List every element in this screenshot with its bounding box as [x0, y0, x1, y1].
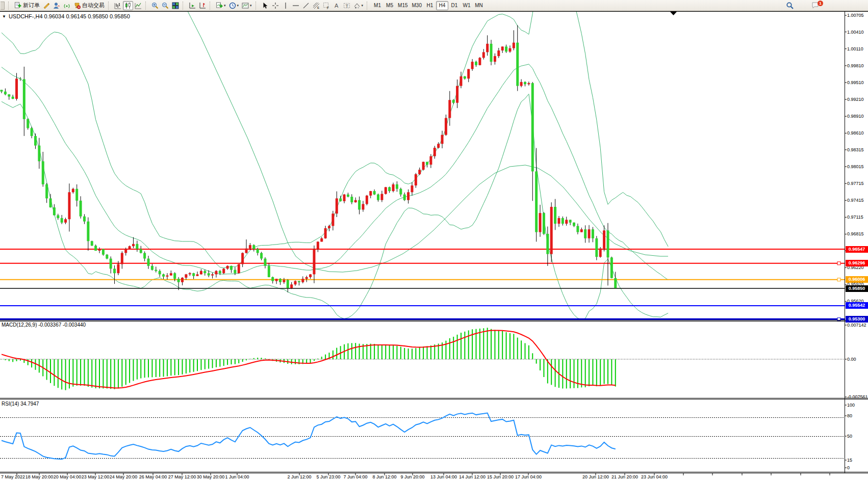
- candle-bear: [12, 97, 14, 99]
- candle-bull: [497, 50, 500, 56]
- rsi-scale-label: 15: [847, 458, 852, 463]
- candle-bull: [189, 273, 191, 274]
- candle-bear: [388, 187, 391, 191]
- candle-bear: [373, 191, 376, 195]
- timeframe-w1[interactable]: W1: [461, 1, 473, 10]
- timeframe-d1[interactable]: D1: [448, 1, 461, 10]
- timeframe-m5[interactable]: M5: [384, 1, 396, 10]
- timeframe-mn[interactable]: MN: [473, 1, 485, 10]
- candle-bull: [467, 69, 470, 79]
- timeframe-m30[interactable]: M30: [410, 1, 424, 10]
- level-line-handle[interactable]: [837, 262, 840, 265]
- rsi-scale-label: 80: [847, 413, 852, 418]
- toolbar-separator: [8, 2, 11, 10]
- candle-bull: [501, 46, 504, 50]
- new-order-button[interactable]: 新订单: [13, 1, 41, 10]
- horizontal-line-tool-button[interactable]: [291, 1, 301, 10]
- candle-bull: [324, 228, 327, 238]
- candlestick-mode-button[interactable]: [123, 1, 133, 10]
- crosshair-tool-button[interactable]: [270, 1, 280, 10]
- candle-bear: [584, 229, 586, 238]
- candle-bear: [505, 46, 507, 51]
- candle-bull: [411, 185, 413, 192]
- vertical-line-tool-button[interactable]: [280, 1, 291, 10]
- candle-bear: [53, 207, 56, 215]
- candle-bear: [113, 269, 116, 273]
- text-a-icon: A: [333, 2, 340, 9]
- toolbar-separator: [108, 2, 111, 10]
- text-label-tool-button[interactable]: T: [342, 1, 352, 10]
- candle-bull: [196, 274, 199, 276]
- crayon-tool-button[interactable]: [41, 1, 52, 10]
- search-button[interactable]: [784, 1, 796, 10]
- indicators-button[interactable]: ▾: [214, 1, 227, 10]
- market-watch-button[interactable]: [52, 1, 62, 10]
- auto-scroll-button[interactable]: [187, 1, 197, 10]
- fibonacci-tool-button[interactable]: E: [311, 1, 321, 10]
- macd-scale-label: 0.007142: [847, 323, 866, 328]
- candle-bear: [610, 257, 613, 278]
- time-axis-label: 17 Jun 04:00: [511, 474, 546, 479]
- timeframe-h4[interactable]: H4: [436, 1, 448, 10]
- candle-bull: [121, 253, 123, 264]
- candle-bear: [298, 281, 300, 282]
- candle-bear: [140, 249, 142, 253]
- text-tool-button[interactable]: A: [331, 1, 342, 10]
- trendline-tool-button[interactable]: [301, 1, 311, 10]
- symbol-expand-icon[interactable]: ▼: [2, 14, 6, 19]
- signals-button[interactable]: [62, 1, 72, 10]
- timeframe-m15[interactable]: M15: [396, 1, 410, 10]
- macd-pane: [0, 328, 845, 390]
- shapes-tool-button[interactable]: ▾: [352, 1, 365, 10]
- notifications-button[interactable]: 1: [810, 1, 822, 10]
- cursor-tool-button[interactable]: [260, 1, 270, 10]
- rsi-label: RSI(14) 34.7947: [2, 401, 39, 407]
- zoom-in-button[interactable]: [150, 1, 160, 10]
- candle-bull: [170, 273, 172, 275]
- candle-bull: [366, 196, 368, 204]
- candle-bear: [151, 266, 154, 270]
- candle-bear: [27, 119, 29, 128]
- candle-bear: [1, 90, 3, 91]
- bar-chart-icon: [114, 2, 121, 9]
- tile-windows-icon: [172, 2, 179, 9]
- candle-bear: [177, 279, 180, 282]
- bar-chart-mode-button[interactable]: [113, 1, 123, 10]
- rsi-scale-label: 50: [847, 434, 852, 439]
- candle-bear: [42, 162, 44, 184]
- candle-bear: [159, 271, 161, 275]
- candle-bull: [185, 274, 187, 278]
- candle-bear: [61, 218, 63, 223]
- auto-scroll-icon: [189, 2, 196, 9]
- candle-bull: [550, 207, 553, 254]
- candle-bear: [350, 197, 353, 202]
- templates-button[interactable]: ▾: [240, 1, 253, 10]
- candle-bull: [445, 118, 447, 135]
- autotrade-button[interactable]: 自动交易: [72, 1, 106, 10]
- zoom-in-icon: [151, 2, 159, 9]
- candle-bear: [173, 273, 176, 279]
- grid-tool-button[interactable]: F: [321, 1, 331, 10]
- level-lines: [0, 249, 845, 319]
- timeframe-m1[interactable]: M1: [371, 1, 384, 10]
- macd-scale-label: 0.00: [847, 357, 856, 362]
- terminal-window: 新订单: [0, 0, 868, 482]
- timeframe-h1[interactable]: H1: [424, 1, 436, 10]
- chevron-down-icon: ▾: [250, 4, 252, 8]
- macd-scale-label: -0.007561: [847, 394, 868, 399]
- tile-windows-button[interactable]: [170, 1, 181, 10]
- chart-canvas[interactable]: [0, 11, 868, 482]
- chart-title-text: USDCHF-,H4 0.96034 0.96145 0.95850 0.958…: [9, 13, 130, 19]
- line-chart-icon: [135, 2, 142, 9]
- candle-bear: [396, 184, 398, 189]
- chart-shift-button[interactable]: [197, 1, 208, 10]
- line-chart-mode-button[interactable]: [133, 1, 143, 10]
- chart-window[interactable]: ▼ USDCHF-,H4 0.96034 0.96145 0.95850 0.9…: [0, 11, 868, 482]
- level-line-handle[interactable]: [837, 278, 840, 281]
- bollinger-bands: [2, 11, 668, 319]
- candle-bull: [539, 213, 542, 232]
- candle-bull: [520, 82, 523, 86]
- periods-button[interactable]: ▾: [227, 1, 241, 10]
- zoom-out-button[interactable]: [160, 1, 170, 10]
- toolbar-separator: [183, 2, 186, 10]
